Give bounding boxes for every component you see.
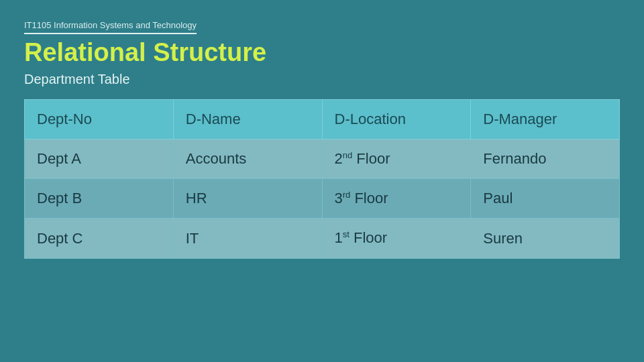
cell-dept-no: Dept B [25, 179, 174, 219]
cell-d-name: Accounts [173, 139, 322, 178]
table-header-row: Dept-No D-Name D-Location D-Manager [25, 99, 620, 139]
col-d-location: D-Location [322, 99, 471, 139]
cell-d-location: 1st Floor [322, 219, 471, 258]
cell-d-manager: Suren [471, 219, 620, 258]
col-dept-no: Dept-No [25, 99, 174, 139]
table-row: Dept CIT1st FloorSuren [25, 219, 620, 258]
table-row: Dept AAccounts2nd FloorFernando [25, 139, 620, 178]
col-d-name: D-Name [173, 99, 322, 139]
cell-d-name: HR [173, 179, 322, 219]
main-title: Relational Structure [24, 38, 620, 68]
cell-d-manager: Fernando [471, 139, 620, 178]
cell-dept-no: Dept A [25, 139, 174, 178]
cell-dept-no: Dept C [25, 219, 174, 258]
cell-d-location: 3rd Floor [322, 179, 471, 219]
col-d-manager: D-Manager [471, 99, 620, 139]
subtitle: IT1105 Information Systems and Technolog… [24, 20, 197, 34]
cell-d-manager: Paul [471, 179, 620, 219]
department-table: Dept-No D-Name D-Location D-Manager Dept… [24, 99, 620, 259]
cell-d-name: IT [173, 219, 322, 258]
table-title: Department Table [24, 72, 620, 87]
table-row: Dept BHR3rd FloorPaul [25, 179, 620, 219]
cell-d-location: 2nd Floor [322, 139, 471, 178]
